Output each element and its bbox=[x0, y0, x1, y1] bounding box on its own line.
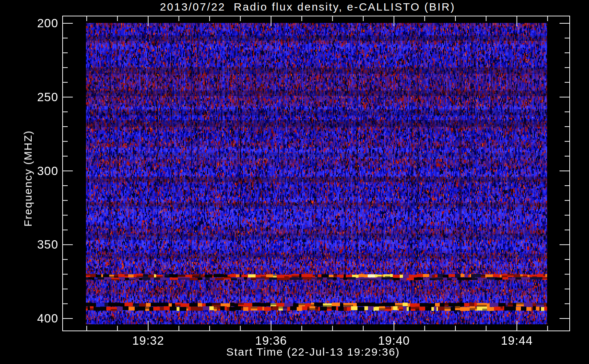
y-tick-label-350: 350 bbox=[7, 237, 58, 252]
y-tick-label-250: 250 bbox=[7, 90, 58, 104]
y-tick-label-400: 400 bbox=[7, 311, 58, 326]
y-tick-label-200: 200 bbox=[7, 16, 58, 31]
y-axis-title: Frequency (MHZ) bbox=[22, 130, 34, 226]
x-axis-title: Start Time (22-Jul-13 19:29:36) bbox=[60, 346, 566, 358]
spectrogram-page: 2013/07/22 Radio flux density, e-CALLIST… bbox=[0, 0, 589, 364]
plot-frame bbox=[62, 16, 570, 331]
